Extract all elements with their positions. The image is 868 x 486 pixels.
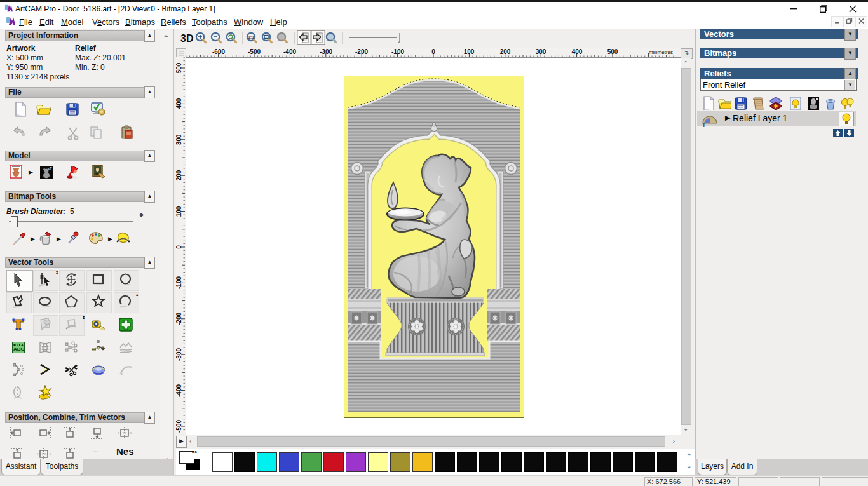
svg-text:-400: -400	[176, 384, 182, 397]
svg-text:300: 300	[176, 134, 182, 145]
svg-text:-200: -200	[176, 313, 182, 325]
svg-text:-500: -500	[248, 48, 261, 55]
svg-text:-100: -100	[391, 48, 404, 55]
svg-text:3D: 3D	[180, 33, 193, 44]
svg-text:400: 400	[176, 98, 182, 109]
svg-text:500: 500	[607, 48, 618, 55]
svg-text:-300: -300	[320, 48, 332, 55]
svg-text:-600: -600	[212, 48, 225, 55]
svg-text:500: 500	[176, 62, 182, 73]
svg-text:400: 400	[572, 48, 583, 55]
svg-text:+: +	[702, 120, 707, 128]
svg-text:-300: -300	[176, 348, 182, 361]
svg-text:0: 0	[431, 48, 435, 55]
svg-text:ABC: ABC	[13, 346, 25, 352]
svg-text:300: 300	[536, 48, 546, 55]
svg-text:-100: -100	[176, 276, 182, 289]
svg-text:0: 0	[176, 245, 182, 249]
svg-text:-200: -200	[355, 48, 368, 55]
svg-text:1:1: 1:1	[248, 35, 254, 39]
svg-text:100: 100	[176, 206, 182, 217]
svg-text:100: 100	[464, 48, 475, 55]
svg-text:200: 200	[176, 170, 182, 180]
svg-text:200: 200	[500, 48, 511, 55]
svg-text:-500: -500	[176, 420, 182, 433]
svg-text:T: T	[50, 166, 52, 170]
svg-text:millimetres: millimetres	[649, 50, 673, 55]
svg-text:-400: -400	[283, 48, 296, 55]
